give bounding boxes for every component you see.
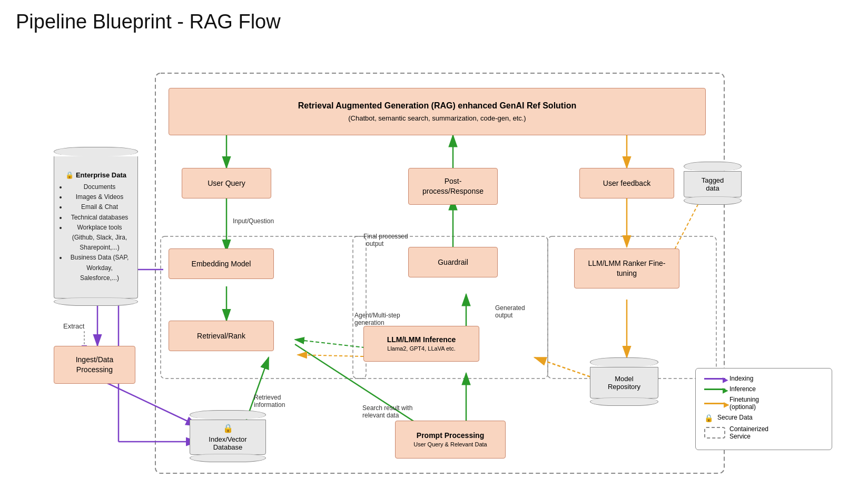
user-query-label: User Query bbox=[208, 178, 245, 188]
svg-text:output: output bbox=[366, 240, 384, 247]
embedding-model-label: Embedding Model bbox=[192, 259, 251, 269]
legend-secure-label: Secure Data bbox=[717, 414, 753, 421]
page-title: Pipeline Blueprint - RAG Flow bbox=[16, 11, 852, 33]
enterprise-item-5: Workplace tools (Github, Slack, Jira, Sh… bbox=[67, 223, 132, 253]
ingest-data-box: Ingest/Data Processing bbox=[54, 346, 135, 384]
llm-inference-sublabel: Llama2, GPT4, LLaVA etc. bbox=[387, 345, 455, 353]
ingest-data-label: Ingest/Data Processing bbox=[76, 355, 114, 375]
post-process-box: Post- process/Response bbox=[408, 168, 498, 205]
model-repository-cylinder: Model Repository bbox=[590, 357, 658, 406]
user-feedback-label: User feedback bbox=[603, 178, 650, 188]
legend-containerized-label: Containerized Service bbox=[729, 425, 768, 440]
legend-finetuning-label: Finetuning (optional) bbox=[729, 396, 759, 411]
tagged-data-label: Tagged data bbox=[702, 176, 724, 192]
llm-inference-label: LLM/LMM Inference bbox=[387, 335, 456, 345]
index-vector-cylinder: 🔒 Index/Vector Database bbox=[190, 410, 266, 462]
svg-text:Extract: Extract bbox=[63, 322, 85, 330]
rag-solution-label: Retrieval Augmented Generation (RAG) enh… bbox=[298, 100, 576, 112]
prompt-processing-label: Prompt Processing bbox=[417, 431, 484, 441]
svg-line-13 bbox=[97, 379, 198, 426]
svg-text:Final processed: Final processed bbox=[363, 233, 408, 240]
retrieval-rank-box: Retrieval/Rank bbox=[169, 321, 274, 351]
enterprise-item-2: Images & Videos bbox=[67, 192, 132, 202]
rag-solution-box: Retrieval Augmented Generation (RAG) enh… bbox=[169, 88, 706, 135]
llm-ranker-label: LLM/LMM Ranker Fine-tuning bbox=[580, 258, 674, 278]
legend: ▶ Indexing ▶ Inference ▶ Finetuning (opt… bbox=[695, 368, 832, 450]
svg-text:output: output bbox=[495, 312, 513, 319]
enterprise-data-cylinder: 🔒 Enterprise Data Documents Images & Vid… bbox=[54, 147, 138, 306]
llm-inference-box: LLM/LMM Inference Llama2, GPT4, LLaVA et… bbox=[363, 326, 479, 362]
legend-indexing: ▶ Indexing bbox=[704, 375, 823, 382]
enterprise-data-label: Enterprise Data bbox=[76, 171, 126, 179]
legend-secure-data: 🔒 Secure Data bbox=[704, 414, 823, 422]
retrieval-rank-label: Retrieval/Rank bbox=[197, 331, 245, 341]
secure-data-icon: 🔒 bbox=[704, 414, 713, 422]
svg-text:information: information bbox=[254, 401, 285, 409]
legend-containerized: Containerized Service bbox=[704, 425, 823, 440]
lock-icon-index: 🔒 bbox=[223, 423, 233, 433]
svg-text:Retrieved: Retrieved bbox=[254, 394, 281, 401]
model-repository-label: Model Repository bbox=[608, 375, 640, 391]
post-process-label: Post- process/Response bbox=[422, 176, 484, 196]
prompt-processing-box: Prompt Processing User Query & Relevant … bbox=[395, 421, 506, 459]
embedding-model-box: Embedding Model bbox=[169, 248, 274, 279]
user-feedback-box: User feedback bbox=[579, 168, 674, 198]
prompt-processing-sublabel: User Query & Relevant Data bbox=[413, 441, 487, 449]
user-query-box: User Query bbox=[182, 168, 271, 198]
llm-ranker-box: LLM/LMM Ranker Fine-tuning bbox=[574, 248, 679, 288]
diagram: Input/Question Retrieved information Sea… bbox=[16, 42, 848, 484]
legend-indexing-label: Indexing bbox=[729, 375, 753, 382]
legend-inference: ▶ Inference bbox=[704, 385, 823, 393]
guardrail-box: Guardrail bbox=[408, 247, 498, 277]
enterprise-item-1: Documents bbox=[67, 182, 132, 192]
svg-line-26 bbox=[535, 357, 595, 379]
index-vector-label: Index/Vector Database bbox=[209, 435, 246, 451]
guardrail-label: Guardrail bbox=[438, 257, 468, 267]
enterprise-data-icon: 🔒 bbox=[65, 171, 74, 179]
enterprise-item-3: Email & Chat bbox=[67, 202, 132, 212]
svg-text:Input/Question: Input/Question bbox=[233, 217, 274, 225]
svg-text:Generated: Generated bbox=[495, 304, 525, 312]
tagged-data-cylinder: Tagged data bbox=[684, 162, 742, 205]
enterprise-item-6: Business Data (SAP, Workday, Salesforce,… bbox=[67, 253, 132, 283]
svg-text:Search result with: Search result with bbox=[362, 404, 412, 412]
svg-text:generation: generation bbox=[354, 319, 384, 326]
legend-inference-label: Inference bbox=[729, 385, 756, 393]
legend-finetuning: ▶ Finetuning (optional) bbox=[704, 396, 823, 411]
svg-text:relevant data: relevant data bbox=[362, 412, 399, 419]
enterprise-item-4: Technical databases bbox=[67, 213, 132, 223]
rag-solution-sublabel: (Chatbot, semantic search, summarization… bbox=[348, 114, 526, 123]
svg-text:Agent/Multi-step: Agent/Multi-step bbox=[354, 312, 400, 319]
